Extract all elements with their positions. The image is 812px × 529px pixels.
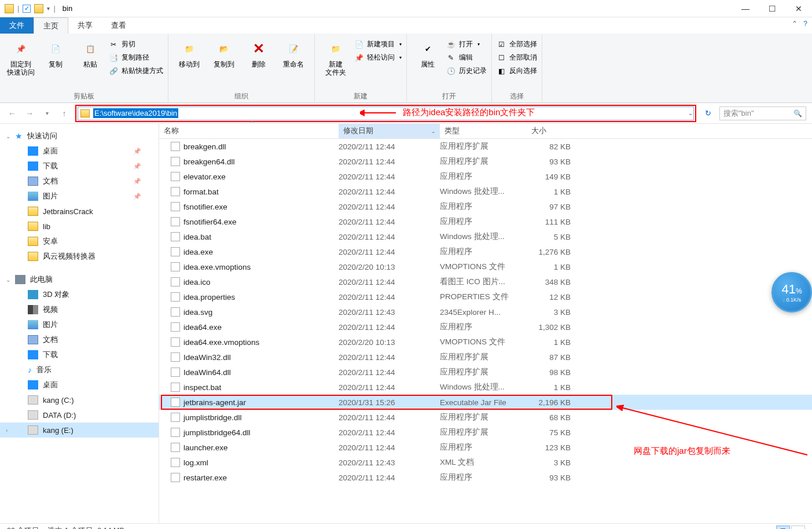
sidebar-fengyun[interactable]: 风云视频转换器 bbox=[0, 249, 159, 264]
address-dropdown-icon[interactable]: ⌄ bbox=[688, 110, 693, 116]
easy-access-button[interactable]: 📌轻松访问▾ bbox=[354, 53, 402, 63]
file-row[interactable]: breakgen.dll2020/2/11 12:44应用程序扩展82 KB bbox=[159, 139, 812, 154]
address-path[interactable]: E:\software\idea2019\bin bbox=[93, 108, 178, 118]
file-row[interactable]: idea.svg2020/2/11 12:432345Explorer H...… bbox=[159, 304, 812, 319]
file-row[interactable]: fsnotifier64.exe2020/2/11 12:44应用程序111 K… bbox=[159, 214, 812, 229]
copy-to-button[interactable]: 📂复制到 bbox=[208, 36, 240, 68]
sidebar[interactable]: ⌄★快速访问 桌面 下载 文档 图片 JetbrainsCrack lib 安卓… bbox=[0, 124, 159, 523]
new-item-button[interactable]: 📄新建项目▾ bbox=[354, 39, 402, 49]
pin-to-quick-access-button[interactable]: 📌 固定到 快速访问 bbox=[5, 36, 37, 76]
qat-folder-icon[interactable] bbox=[34, 4, 43, 13]
sidebar-downloads2[interactable]: 下载 bbox=[0, 347, 159, 362]
file-row[interactable]: idea.exe.vmoptions2020/2/20 10:13VMOPTIO… bbox=[159, 259, 812, 274]
sidebar-lib[interactable]: lib bbox=[0, 219, 159, 234]
sidebar-documents[interactable]: 文档 bbox=[0, 174, 159, 189]
sidebar-music[interactable]: ♪音乐 bbox=[0, 362, 159, 377]
tab-home[interactable]: 主页 bbox=[34, 17, 68, 34]
properties-button[interactable]: ✔属性 bbox=[411, 36, 444, 68]
view-icons-button[interactable]: ▦ bbox=[791, 526, 805, 530]
sidebar-desktop2[interactable]: 桌面 bbox=[0, 377, 159, 392]
file-row[interactable]: fsnotifier.exe2020/2/11 12:44应用程序97 KB bbox=[159, 199, 812, 214]
sidebar-downloads[interactable]: 下载 bbox=[0, 159, 159, 174]
select-all-button[interactable]: ☑全部选择 bbox=[497, 39, 537, 49]
column-date[interactable]: 修改日期⌄ bbox=[339, 124, 440, 138]
rename-button[interactable]: 📝重命名 bbox=[277, 36, 310, 68]
back-button[interactable]: ← bbox=[6, 107, 19, 120]
file-row[interactable]: IdeaWin64.dll2020/2/11 12:44应用程序扩展98 KB bbox=[159, 365, 812, 380]
sidebar-3d-objects[interactable]: 3D 对象 bbox=[0, 287, 159, 302]
sidebar-drive-c[interactable]: kang (C:) bbox=[0, 392, 159, 407]
file-row[interactable]: idea64.exe2020/2/11 12:44应用程序1,302 KB bbox=[159, 319, 812, 335]
file-icon bbox=[171, 473, 180, 482]
tab-share[interactable]: 共享 bbox=[68, 17, 102, 34]
help-icon[interactable]: ? bbox=[803, 20, 807, 28]
refresh-button[interactable]: ↻ bbox=[701, 106, 715, 120]
ribbon-collapse-icon[interactable]: ⌃ bbox=[792, 20, 798, 28]
file-row[interactable]: jumplistbridge64.dll2020/2/11 12:44应用程序扩… bbox=[159, 425, 812, 440]
select-none-button[interactable]: ☐全部取消 bbox=[497, 53, 537, 63]
file-rows[interactable]: 网盘下载的jar包复制而来 breakgen.dll2020/2/11 12:4… bbox=[159, 139, 812, 523]
file-name: idea.svg bbox=[183, 308, 212, 317]
file-row[interactable]: jetbrains-agent.jar2020/1/31 15:26Execut… bbox=[159, 395, 812, 410]
file-date: 2020/2/11 12:44 bbox=[339, 353, 440, 362]
recent-dropdown[interactable]: ▾ bbox=[41, 107, 53, 120]
file-row[interactable]: idea.properties2020/2/11 12:44PROPERTIES… bbox=[159, 289, 812, 304]
tab-view[interactable]: 查看 bbox=[102, 17, 135, 34]
paste-shortcut-button[interactable]: 🔗粘贴快捷方式 bbox=[109, 66, 163, 76]
minimize-button[interactable]: — bbox=[732, 0, 759, 17]
view-details-button[interactable]: ☰ bbox=[776, 526, 790, 530]
sidebar-videos[interactable]: 视频 bbox=[0, 302, 159, 317]
speed-widget[interactable]: 41% ↓0.1K/s bbox=[771, 272, 812, 313]
file-row[interactable]: idea.exe2020/2/11 12:44应用程序1,276 KB bbox=[159, 244, 812, 259]
copy-path-button[interactable]: 📑复制路径 bbox=[109, 53, 163, 63]
history-button[interactable]: 🕓历史记录 bbox=[446, 66, 487, 76]
sidebar-quick-access[interactable]: ⌄★快速访问 bbox=[0, 128, 159, 144]
edit-button[interactable]: ✎编辑 bbox=[446, 53, 487, 63]
open-button[interactable]: ☕打开▾ bbox=[446, 39, 487, 49]
file-date: 2020/2/11 12:44 bbox=[339, 368, 440, 377]
qat-check-icon[interactable]: ✓ bbox=[23, 5, 31, 13]
forward-button[interactable]: → bbox=[23, 107, 36, 120]
invert-selection-button[interactable]: ◧反向选择 bbox=[497, 66, 537, 76]
sidebar-drive-d[interactable]: DATA (D:) bbox=[0, 407, 159, 423]
window-title: bin bbox=[63, 4, 72, 13]
app-icon[interactable] bbox=[5, 4, 14, 13]
copy-button[interactable]: 📄 复制 bbox=[39, 36, 72, 68]
file-row[interactable]: idea64.exe.vmoptions2020/2/20 10:13VMOPT… bbox=[159, 335, 812, 350]
file-date: 2020/2/11 12:44 bbox=[339, 473, 440, 482]
delete-button[interactable]: ✕删除 bbox=[243, 36, 275, 68]
sidebar-pictures[interactable]: 图片 bbox=[0, 189, 159, 204]
file-row[interactable]: idea.ico2020/2/11 12:44看图王 ICO 图片...348 … bbox=[159, 274, 812, 289]
file-icon bbox=[171, 157, 180, 166]
move-to-button[interactable]: 📁移动到 bbox=[173, 36, 205, 68]
new-folder-button[interactable]: 📁新建 文件夹 bbox=[319, 36, 352, 76]
up-button[interactable]: ↑ bbox=[58, 107, 71, 120]
file-name: jumplistbridge64.dll bbox=[183, 428, 251, 437]
file-row[interactable]: IdeaWin32.dll2020/2/11 12:44应用程序扩展87 KB bbox=[159, 350, 812, 365]
file-row[interactable]: breakgen64.dll2020/2/11 12:44应用程序扩展93 KB bbox=[159, 154, 812, 169]
file-row[interactable]: idea.bat2020/2/11 12:44Windows 批处理...5 K… bbox=[159, 229, 812, 244]
sidebar-desktop[interactable]: 桌面 bbox=[0, 144, 159, 159]
file-row[interactable]: log.xml2020/2/11 12:43XML 文档3 KB bbox=[159, 455, 812, 470]
file-size: 75 KB bbox=[527, 428, 579, 437]
paste-button[interactable]: 📋 粘贴 bbox=[74, 36, 106, 68]
qat-dropdown-icon[interactable]: ▾ bbox=[47, 5, 50, 12]
tab-file[interactable]: 文件 bbox=[0, 17, 34, 34]
cut-button[interactable]: ✂剪切 bbox=[109, 39, 163, 49]
file-row[interactable]: inspect.bat2020/2/11 12:44Windows 批处理...… bbox=[159, 380, 812, 395]
file-row[interactable]: jumplistbridge.dll2020/2/11 12:44应用程序扩展6… bbox=[159, 410, 812, 425]
column-size[interactable]: 大小 bbox=[527, 124, 579, 138]
column-type[interactable]: 类型 bbox=[440, 124, 527, 138]
file-row[interactable]: format.bat2020/2/11 12:44Windows 批处理...1… bbox=[159, 184, 812, 199]
search-input[interactable]: 搜索"bin" 🔍 bbox=[719, 106, 806, 120]
sidebar-drive-e[interactable]: ›kang (E:) bbox=[0, 423, 159, 438]
sidebar-this-pc[interactable]: ⌄此电脑 bbox=[0, 272, 159, 287]
close-button[interactable]: ✕ bbox=[785, 0, 812, 17]
sidebar-anzhuo[interactable]: 安卓 bbox=[0, 234, 159, 249]
sidebar-pictures2[interactable]: 图片 bbox=[0, 317, 159, 332]
sidebar-documents2[interactable]: 文档 bbox=[0, 332, 159, 347]
sidebar-jetbrains[interactable]: JetbrainsCrack bbox=[0, 204, 159, 219]
file-row[interactable]: restarter.exe2020/2/11 12:44应用程序93 KB bbox=[159, 470, 812, 485]
file-row[interactable]: elevator.exe2020/2/11 12:44应用程序149 KB bbox=[159, 169, 812, 184]
maximize-button[interactable]: ☐ bbox=[759, 0, 785, 17]
